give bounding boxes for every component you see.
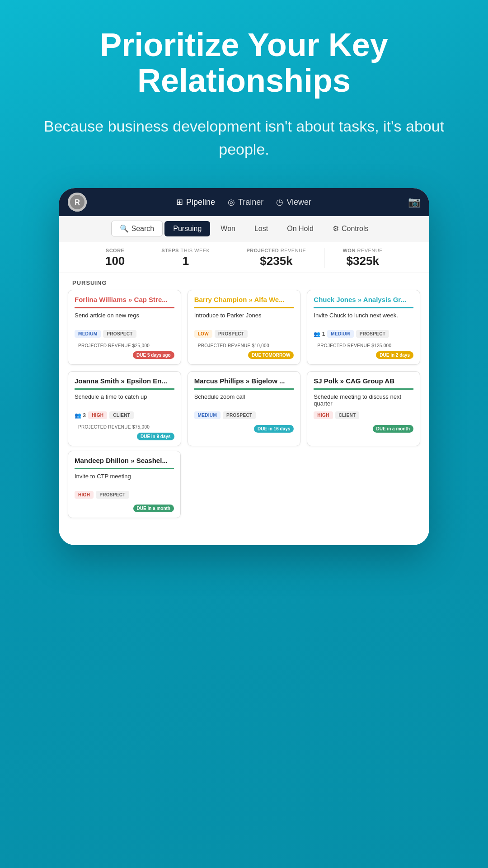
- tab-lost[interactable]: Lost: [246, 221, 277, 236]
- tab-won[interactable]: Won: [212, 221, 244, 236]
- tab-pursuing[interactable]: Pursuing: [164, 221, 210, 236]
- stat-steps-value: 1: [161, 254, 210, 268]
- due-badge: DUE in a month: [133, 505, 174, 512]
- priority-badge: MEDIUM: [75, 330, 101, 338]
- list-item[interactable]: Forlina Williams » Cap Stre... Send arti…: [68, 290, 181, 365]
- app-nav: ⊞ Pipeline ◎ Trainer ◷ Viewer: [176, 197, 311, 207]
- card-title: Forlina Williams » Cap Stre...: [75, 296, 174, 308]
- nav-pipeline-label: Pipeline: [186, 198, 215, 207]
- stat-score-label: SCORE: [105, 248, 125, 253]
- card-footer: MEDIUM PROSPECT PROJECTED REVENUE $25,00…: [75, 330, 174, 359]
- camera-icon[interactable]: 📷: [408, 196, 420, 208]
- card-footer: 👥 3 HIGH CLIENT PROJECTED REVENUE $75,00…: [75, 411, 174, 440]
- type-badge: CLIENT: [109, 411, 134, 419]
- trainer-icon: ◎: [228, 197, 235, 207]
- stat-won-value: $325k: [343, 254, 383, 268]
- list-item[interactable]: Joanna Smith » Epsilon En... Schedule a …: [68, 371, 181, 446]
- stat-score: SCORE 100: [87, 248, 143, 268]
- card-title: Marcus Phillips » Bigelow ...: [194, 377, 294, 390]
- app-logo: R: [68, 193, 87, 212]
- revenue-badge: PROJECTED REVENUE $25,000: [75, 342, 153, 349]
- card-title: Barry Champion » Alfa We...: [194, 296, 294, 308]
- tab-on-hold-label: On Hold: [287, 225, 314, 233]
- pipeline-cards-grid: Forlina Williams » Cap Stre... Send arti…: [59, 290, 429, 451]
- card-badges-row: LOW PROSPECT: [194, 330, 248, 338]
- tab-on-hold[interactable]: On Hold: [278, 221, 322, 236]
- card-task: Invite Chuck to lunch next week.: [314, 312, 413, 326]
- stat-score-value: 100: [105, 254, 125, 268]
- card-task: Introduce to Parker Jones: [194, 312, 294, 326]
- card-footer: LOW PROSPECT PROJECTED REVENUE $10,000 D…: [194, 330, 294, 359]
- nav-trainer[interactable]: ◎ Trainer: [228, 197, 263, 207]
- svg-text:R: R: [75, 198, 80, 206]
- controls-icon: ⚙: [333, 224, 339, 233]
- card-bottom-row: PROJECTED REVENUE $10,000 DUE TOMORROW: [194, 342, 294, 359]
- revenue-badge: PROJECTED REVENUE $125,000: [314, 342, 395, 349]
- due-badge: DUE 5 days ago: [133, 351, 174, 359]
- revenue-badge: PROJECTED REVENUE $75,000: [75, 423, 153, 431]
- card-bottom-row: DUE in a month: [75, 505, 174, 512]
- card-badges-row: HIGH PROSPECT: [75, 491, 129, 499]
- due-badge: DUE TOMORROW: [248, 351, 294, 359]
- type-badge: PROSPECT: [96, 491, 129, 499]
- nav-trainer-label: Trainer: [238, 198, 263, 207]
- stat-projected: PROJECTED REVENUE $235k: [228, 248, 324, 268]
- card-badges-row: MEDIUM PROSPECT: [194, 411, 256, 419]
- card-title: Joanna Smith » Epsilon En...: [75, 377, 174, 390]
- card-badges-row: HIGH CLIENT: [314, 411, 359, 419]
- list-item[interactable]: Chuck Jones » Analysis Gr... Invite Chuc…: [307, 290, 420, 365]
- revenue-badge: PROJECTED REVENUE $10,000: [194, 342, 273, 349]
- card-bottom-row: DUE in 16 days: [194, 425, 294, 433]
- pursuing-section-label: PURSUING: [59, 273, 429, 290]
- card-badges-row: 👥 3 HIGH CLIENT: [75, 411, 134, 419]
- tab-search-label: Search: [131, 225, 155, 233]
- card-inner: Mandeep Dhillon » Seashel... Invite to C…: [68, 451, 181, 518]
- tab-pursuing-label: Pursuing: [173, 225, 202, 233]
- priority-badge: MEDIUM: [327, 330, 353, 338]
- due-badge: DUE in 9 days: [137, 433, 174, 440]
- card-task: Invite to CTP meeting: [75, 473, 174, 486]
- priority-badge: HIGH: [75, 491, 94, 499]
- card-bottom-row: DUE in a month: [314, 425, 413, 433]
- tab-controls-label: Controls: [342, 225, 369, 233]
- due-badge: DUE in 2 days: [376, 351, 413, 359]
- stats-bar: SCORE 100 STEPS THIS WEEK 1 PROJECTED RE…: [59, 241, 429, 273]
- card-footer: MEDIUM PROSPECT DUE in 16 days: [194, 411, 294, 433]
- tab-won-label: Won: [221, 225, 235, 233]
- list-item[interactable]: Mandeep Dhillon » Seashel... Invite to C…: [68, 451, 181, 518]
- card-title: Chuck Jones » Analysis Gr...: [314, 296, 413, 308]
- card-footer: HIGH PROSPECT DUE in a month: [75, 491, 174, 512]
- card-badges-row: 👥 1 MEDIUM PROSPECT: [314, 330, 389, 338]
- stat-steps: STEPS THIS WEEK 1: [143, 248, 228, 268]
- list-item[interactable]: SJ Polk » CAG Group AB Schedule meeting …: [307, 371, 420, 446]
- app-header: R ⊞ Pipeline ◎ Trainer ◷ Viewer 📷: [59, 188, 429, 216]
- device-mockup: R ⊞ Pipeline ◎ Trainer ◷ Viewer 📷 🔍 Sear…: [59, 188, 429, 545]
- card-badges-row: MEDIUM PROSPECT: [75, 330, 136, 338]
- stat-steps-label: STEPS THIS WEEK: [161, 248, 210, 253]
- card-bottom-row: PROJECTED REVENUE $25,000 DUE 5 days ago: [75, 342, 174, 359]
- card-task: Schedule zoom call: [194, 393, 294, 407]
- card-bottom-row: PROJECTED REVENUE $75,000 DUE in 9 days: [75, 423, 174, 440]
- search-icon: 🔍: [120, 224, 129, 233]
- card-footer: HIGH CLIENT DUE in a month: [314, 411, 413, 433]
- list-item[interactable]: Barry Champion » Alfa We... Introduce to…: [188, 290, 301, 365]
- card-task: Schedule a time to catch up: [75, 393, 174, 407]
- due-badge: DUE in a month: [373, 425, 413, 433]
- stat-projected-value: $235k: [246, 254, 306, 268]
- tab-search[interactable]: 🔍 Search: [111, 221, 163, 236]
- people-icon: 👥 3: [75, 412, 86, 419]
- type-badge: PROSPECT: [356, 330, 389, 338]
- priority-badge: HIGH: [88, 411, 107, 419]
- priority-badge: MEDIUM: [194, 411, 221, 419]
- tab-lost-label: Lost: [254, 225, 268, 233]
- card-title: SJ Polk » CAG Group AB: [314, 377, 413, 390]
- card-task: Schedule meeting to discuss next quarter: [314, 393, 413, 407]
- nav-pipeline[interactable]: ⊞ Pipeline: [176, 197, 215, 207]
- card-footer: 👥 1 MEDIUM PROSPECT PROJECTED REVENUE $1…: [314, 330, 413, 359]
- list-item[interactable]: Marcus Phillips » Bigelow ... Schedule z…: [188, 371, 301, 446]
- tab-controls[interactable]: ⚙ Controls: [324, 221, 377, 236]
- tab-bar: 🔍 Search Pursuing Won Lost On Hold ⚙ Con…: [59, 216, 429, 241]
- card-title: Mandeep Dhillon » Seashel...: [75, 457, 174, 469]
- nav-viewer[interactable]: ◷ Viewer: [276, 197, 311, 207]
- cards-second-row: Mandeep Dhillon » Seashel... Invite to C…: [59, 451, 429, 527]
